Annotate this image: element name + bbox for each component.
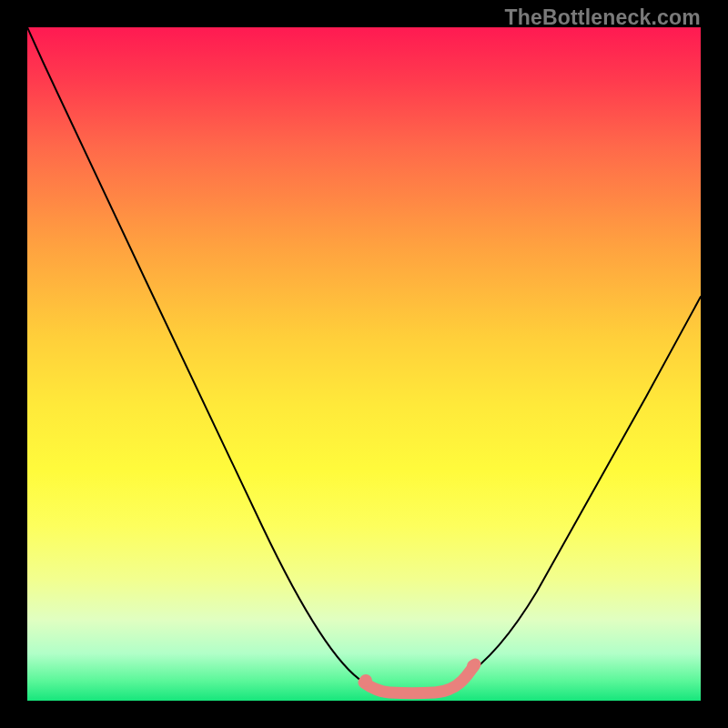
highlight-band xyxy=(364,664,475,693)
highlight-dot-left xyxy=(359,674,372,687)
bottleneck-curve-left xyxy=(27,27,400,693)
chart-svg xyxy=(27,27,701,701)
chart-container: TheBottleneck.com xyxy=(0,0,728,728)
plot-area xyxy=(27,27,701,701)
bottleneck-curve-right xyxy=(400,297,701,693)
watermark-text: TheBottleneck.com xyxy=(504,5,701,30)
highlight-dot-right xyxy=(467,660,480,672)
